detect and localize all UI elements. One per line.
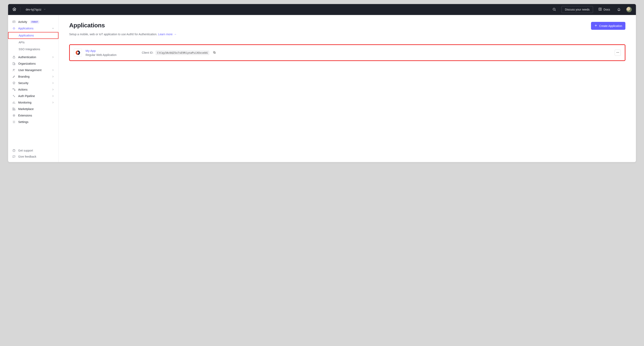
search-button[interactable] xyxy=(550,6,558,13)
chart-icon xyxy=(12,20,16,24)
application-name-link[interactable]: My App xyxy=(86,49,96,53)
svg-rect-3 xyxy=(13,62,14,65)
svg-rect-8 xyxy=(14,90,15,91)
layers-icon xyxy=(12,27,16,30)
notifications-button[interactable] xyxy=(615,6,622,13)
tenant-switcher[interactable]: dev-tyj7qyzz xyxy=(24,7,48,12)
sidebar-item-organizations[interactable]: Organizations xyxy=(8,60,58,67)
sidebar-item-settings[interactable]: Settings xyxy=(8,119,58,125)
sidebar-item-label: Extensions xyxy=(18,114,32,117)
svg-point-13 xyxy=(14,121,14,122)
get-support-link[interactable]: Get support xyxy=(8,147,58,153)
body: Activity FIRST Applications Applications… xyxy=(8,15,636,162)
create-application-button[interactable]: Create Application xyxy=(591,22,626,30)
svg-rect-2 xyxy=(13,57,15,58)
sidebar-item-actions[interactable]: Actions xyxy=(8,86,58,93)
sidebar-subitem-apis[interactable]: APIs xyxy=(8,39,58,46)
sidebar-footer: Get support Give feedback xyxy=(8,146,58,160)
application-logo xyxy=(74,49,82,57)
sidebar-item-label: Organizations xyxy=(18,62,36,65)
auth0-logo-icon xyxy=(12,7,16,12)
chevron-right-icon xyxy=(52,88,54,91)
svg-point-22 xyxy=(618,52,619,53)
building-icon xyxy=(12,62,16,65)
sidebar-item-label: Branding xyxy=(18,75,30,78)
client-id-value: CtCqy3AvbQZSo7sE9RiynaPuiXOxvebG xyxy=(156,50,209,55)
sidebar-subitem-applications[interactable]: Applications xyxy=(8,32,58,39)
main-content: Applications Create Application Setup a … xyxy=(59,15,636,162)
svg-point-5 xyxy=(13,69,14,70)
sidebar-item-security[interactable]: Security xyxy=(8,80,58,86)
sidebar-item-label: Auth Pipeline xyxy=(18,94,35,98)
gear-icon xyxy=(12,120,16,124)
bar-chart-icon xyxy=(12,101,16,104)
sidebar-subitem-sso[interactable]: SSO Integrations xyxy=(8,46,58,53)
svg-rect-4 xyxy=(14,63,15,65)
puzzle-icon xyxy=(12,114,16,117)
sidebar-item-label: Activity xyxy=(18,20,27,24)
chevron-right-icon xyxy=(52,101,54,104)
feedback-label: Give feedback xyxy=(18,155,36,158)
sidebar-item-applications[interactable]: Applications xyxy=(8,25,58,32)
pipeline-icon xyxy=(12,94,16,98)
client-id-block: Client ID: CtCqy3AvbQZSo7sE9RiynaPuiXOxv… xyxy=(142,50,218,56)
svg-point-21 xyxy=(618,52,618,53)
search-icon xyxy=(552,8,556,12)
chevron-down-icon xyxy=(52,27,54,30)
lock-icon xyxy=(12,56,16,59)
help-icon xyxy=(12,149,16,152)
sidebar: Activity FIRST Applications Applications… xyxy=(8,15,59,162)
page-header: Applications Create Application xyxy=(69,22,626,30)
sidebar-nav: Activity FIRST Applications Applications… xyxy=(8,19,58,146)
discuss-needs-button[interactable]: Discuss your needs xyxy=(562,6,593,13)
svg-point-12 xyxy=(13,115,14,116)
svg-point-0 xyxy=(553,8,555,10)
flow-icon xyxy=(12,88,16,91)
page-description-text: Setup a mobile, web or IoT application t… xyxy=(69,33,158,36)
svg-point-17 xyxy=(77,52,79,54)
sidebar-item-user-management[interactable]: User Management xyxy=(8,67,58,73)
chevron-right-icon xyxy=(52,82,54,84)
chevron-right-icon xyxy=(52,56,54,59)
sidebar-subnav-applications: Applications APIs SSO Integrations xyxy=(8,32,58,54)
more-horizontal-icon xyxy=(616,51,619,55)
tenant-name: dev-tyj7qyzz xyxy=(26,8,42,11)
give-feedback-link[interactable]: Give feedback xyxy=(8,153,58,160)
create-button-label: Create Application xyxy=(599,24,622,28)
brush-icon xyxy=(12,75,16,78)
chevron-down-icon xyxy=(44,8,46,11)
svg-rect-1 xyxy=(13,21,15,23)
topbar-left: dev-tyj7qyzz xyxy=(12,7,48,12)
docs-label: Docs xyxy=(604,8,610,11)
bell-icon xyxy=(617,8,621,12)
learn-more-link[interactable]: Learn more → xyxy=(158,33,176,36)
message-icon xyxy=(12,155,16,158)
sidebar-item-marketplace[interactable]: Marketplace xyxy=(8,106,58,112)
page-description: Setup a mobile, web or IoT application t… xyxy=(69,33,626,36)
sidebar-item-extensions[interactable]: Extensions xyxy=(8,112,58,119)
sidebar-item-label: Marketplace xyxy=(18,107,34,111)
sidebar-item-activity[interactable]: Activity FIRST xyxy=(8,19,58,25)
grid-add-icon xyxy=(12,107,16,111)
sidebar-item-authentication[interactable]: Authentication xyxy=(8,54,58,60)
sidebar-item-branding[interactable]: Branding xyxy=(8,73,58,80)
sidebar-item-label: Applications xyxy=(18,27,34,30)
copy-client-id-button[interactable] xyxy=(211,50,218,56)
page-title: Applications xyxy=(69,22,105,29)
user-avatar[interactable] xyxy=(626,7,632,12)
plus-icon xyxy=(594,24,598,28)
sidebar-item-auth-pipeline[interactable]: Auth Pipeline xyxy=(8,93,58,99)
svg-point-6 xyxy=(14,69,15,70)
application-actions-button[interactable] xyxy=(615,50,621,56)
sidebar-item-monitoring[interactable]: Monitoring xyxy=(8,99,58,106)
sidebar-item-label: Settings xyxy=(18,120,28,124)
application-type: Regular Web Application xyxy=(86,53,130,57)
support-label: Get support xyxy=(18,149,33,152)
copy-icon xyxy=(213,51,216,55)
svg-rect-10 xyxy=(13,109,14,110)
docs-link[interactable]: Docs xyxy=(597,6,612,13)
client-id-label: Client ID: xyxy=(142,51,154,54)
sidebar-item-label: Monitoring xyxy=(18,101,31,104)
first-badge: FIRST xyxy=(30,21,39,24)
application-row: My App Regular Web Application Client ID… xyxy=(69,44,626,61)
